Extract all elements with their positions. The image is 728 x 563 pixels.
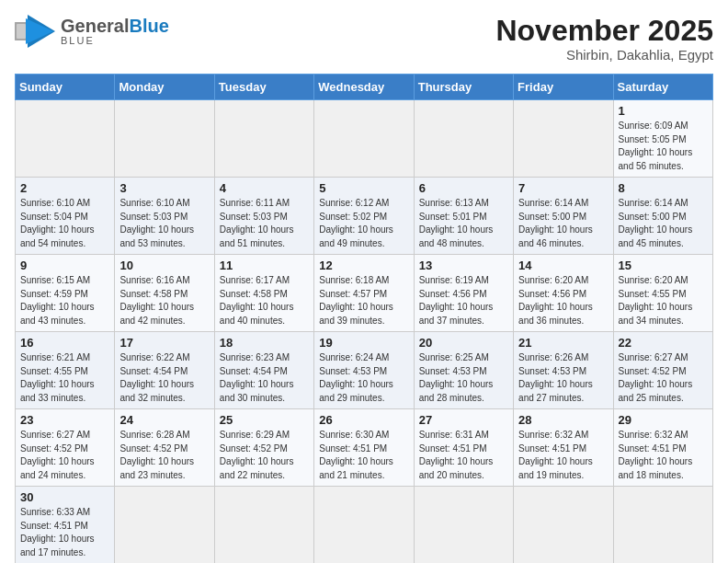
day-info: Sunrise: 6:33 AM Sunset: 4:51 PM Dayligh… <box>20 506 109 559</box>
logo-blue: Blue <box>129 16 168 36</box>
day-info: Sunrise: 6:27 AM Sunset: 4:52 PM Dayligh… <box>619 351 708 405</box>
calendar-cell: 13Sunrise: 6:19 AM Sunset: 4:56 PM Dayli… <box>414 255 513 332</box>
calendar-cell: 21Sunrise: 6:26 AM Sunset: 4:53 PM Dayli… <box>514 332 613 409</box>
day-number: 29 <box>619 413 708 427</box>
day-info: Sunrise: 6:24 AM Sunset: 4:53 PM Dayligh… <box>319 351 408 405</box>
calendar-week-row: 2Sunrise: 6:10 AM Sunset: 5:04 PM Daylig… <box>16 178 713 255</box>
calendar-cell <box>214 100 313 178</box>
calendar-cell <box>613 487 712 563</box>
day-number: 26 <box>319 413 408 427</box>
calendar-cell: 2Sunrise: 6:10 AM Sunset: 5:04 PM Daylig… <box>16 178 115 255</box>
day-info: Sunrise: 6:17 AM Sunset: 4:58 PM Dayligh… <box>220 274 309 327</box>
calendar-table: SundayMondayTuesdayWednesdayThursdayFrid… <box>15 74 713 563</box>
day-info: Sunrise: 6:16 AM Sunset: 4:58 PM Dayligh… <box>119 274 209 327</box>
calendar-cell <box>414 487 513 563</box>
day-info: Sunrise: 6:32 AM Sunset: 4:51 PM Dayligh… <box>619 429 708 482</box>
day-info: Sunrise: 6:14 AM Sunset: 5:00 PM Dayligh… <box>518 197 608 250</box>
calendar-cell <box>115 487 214 563</box>
calendar-cell <box>514 487 613 563</box>
day-info: Sunrise: 6:11 AM Sunset: 5:03 PM Dayligh… <box>220 197 309 250</box>
weekday-header: Tuesday <box>214 75 313 100</box>
day-number: 2 <box>20 181 109 195</box>
day-info: Sunrise: 6:31 AM Sunset: 4:51 PM Dayligh… <box>419 429 508 482</box>
calendar-cell <box>214 487 313 563</box>
day-info: Sunrise: 6:30 AM Sunset: 4:51 PM Dayligh… <box>319 429 408 482</box>
calendar-cell: 9Sunrise: 6:15 AM Sunset: 4:59 PM Daylig… <box>16 255 115 332</box>
logo-icon <box>15 15 55 48</box>
calendar-cell: 12Sunrise: 6:18 AM Sunset: 4:57 PM Dayli… <box>314 255 414 332</box>
logo: GeneralBlue BLUE <box>15 15 169 48</box>
day-number: 24 <box>119 413 209 427</box>
logo-general: General <box>61 16 129 36</box>
day-info: Sunrise: 6:10 AM Sunset: 5:04 PM Dayligh… <box>20 197 109 250</box>
calendar-cell: 1Sunrise: 6:09 AM Sunset: 5:05 PM Daylig… <box>613 100 712 178</box>
weekday-header: Thursday <box>414 75 513 100</box>
weekday-header: Sunday <box>16 75 115 100</box>
day-info: Sunrise: 6:28 AM Sunset: 4:52 PM Dayligh… <box>119 429 209 482</box>
calendar-cell: 24Sunrise: 6:28 AM Sunset: 4:52 PM Dayli… <box>115 409 214 487</box>
weekday-header: Wednesday <box>314 75 414 100</box>
svg-rect-4 <box>17 24 26 39</box>
calendar-cell: 5Sunrise: 6:12 AM Sunset: 5:02 PM Daylig… <box>314 178 414 255</box>
calendar-cell: 3Sunrise: 6:10 AM Sunset: 5:03 PM Daylig… <box>115 178 214 255</box>
day-number: 18 <box>220 336 309 350</box>
calendar-cell: 4Sunrise: 6:11 AM Sunset: 5:03 PM Daylig… <box>214 178 313 255</box>
day-info: Sunrise: 6:21 AM Sunset: 4:55 PM Dayligh… <box>20 351 109 405</box>
calendar-cell: 29Sunrise: 6:32 AM Sunset: 4:51 PM Dayli… <box>613 409 712 487</box>
month-title: November 2025 <box>495 15 713 47</box>
day-number: 28 <box>518 413 608 427</box>
day-info: Sunrise: 6:23 AM Sunset: 4:54 PM Dayligh… <box>220 351 309 405</box>
day-info: Sunrise: 6:10 AM Sunset: 5:03 PM Dayligh… <box>119 197 209 250</box>
calendar-week-row: 9Sunrise: 6:15 AM Sunset: 4:59 PM Daylig… <box>16 255 713 332</box>
day-info: Sunrise: 6:20 AM Sunset: 4:55 PM Dayligh… <box>619 274 708 327</box>
calendar-cell <box>16 100 115 178</box>
calendar-cell: 16Sunrise: 6:21 AM Sunset: 4:55 PM Dayli… <box>16 332 115 409</box>
day-number: 5 <box>319 181 408 195</box>
day-info: Sunrise: 6:09 AM Sunset: 5:05 PM Dayligh… <box>619 120 708 173</box>
weekday-header: Monday <box>115 75 214 100</box>
calendar-cell: 27Sunrise: 6:31 AM Sunset: 4:51 PM Dayli… <box>414 409 513 487</box>
day-number: 27 <box>419 413 508 427</box>
day-number: 13 <box>419 259 508 272</box>
weekday-header: Saturday <box>613 75 712 100</box>
calendar-cell: 10Sunrise: 6:16 AM Sunset: 4:58 PM Dayli… <box>115 255 214 332</box>
day-number: 10 <box>119 259 209 272</box>
day-number: 8 <box>619 181 708 195</box>
weekday-header: Friday <box>514 75 613 100</box>
day-number: 19 <box>319 336 408 350</box>
calendar-cell: 26Sunrise: 6:30 AM Sunset: 4:51 PM Dayli… <box>314 409 414 487</box>
calendar-cell: 20Sunrise: 6:25 AM Sunset: 4:53 PM Dayli… <box>414 332 513 409</box>
day-number: 14 <box>518 259 608 272</box>
calendar-cell: 14Sunrise: 6:20 AM Sunset: 4:56 PM Dayli… <box>514 255 613 332</box>
calendar-week-row: 30Sunrise: 6:33 AM Sunset: 4:51 PM Dayli… <box>16 487 713 563</box>
day-number: 12 <box>319 259 408 272</box>
calendar-cell <box>314 100 414 178</box>
calendar-cell: 23Sunrise: 6:27 AM Sunset: 4:52 PM Dayli… <box>16 409 115 487</box>
day-number: 23 <box>20 413 109 427</box>
day-number: 22 <box>619 336 708 350</box>
day-info: Sunrise: 6:12 AM Sunset: 5:02 PM Dayligh… <box>319 197 408 250</box>
calendar-cell: 17Sunrise: 6:22 AM Sunset: 4:54 PM Dayli… <box>115 332 214 409</box>
calendar-week-row: 16Sunrise: 6:21 AM Sunset: 4:55 PM Dayli… <box>16 332 713 409</box>
day-number: 3 <box>119 181 209 195</box>
day-number: 11 <box>220 259 309 272</box>
calendar-cell <box>514 100 613 178</box>
day-number: 20 <box>419 336 508 350</box>
day-number: 9 <box>20 259 109 272</box>
day-info: Sunrise: 6:22 AM Sunset: 4:54 PM Dayligh… <box>119 351 209 405</box>
calendar-cell: 11Sunrise: 6:17 AM Sunset: 4:58 PM Dayli… <box>214 255 313 332</box>
day-number: 30 <box>20 490 109 504</box>
day-info: Sunrise: 6:19 AM Sunset: 4:56 PM Dayligh… <box>419 274 508 327</box>
day-number: 6 <box>419 181 508 195</box>
day-number: 7 <box>518 181 608 195</box>
calendar-cell: 30Sunrise: 6:33 AM Sunset: 4:51 PM Dayli… <box>16 487 115 563</box>
day-number: 15 <box>619 259 708 272</box>
day-info: Sunrise: 6:25 AM Sunset: 4:53 PM Dayligh… <box>419 351 508 405</box>
calendar-cell: 7Sunrise: 6:14 AM Sunset: 5:00 PM Daylig… <box>514 178 613 255</box>
day-info: Sunrise: 6:32 AM Sunset: 4:51 PM Dayligh… <box>518 429 608 482</box>
location: Shirbin, Dakahlia, Egypt <box>495 47 713 63</box>
calendar-cell: 18Sunrise: 6:23 AM Sunset: 4:54 PM Dayli… <box>214 332 313 409</box>
day-info: Sunrise: 6:27 AM Sunset: 4:52 PM Dayligh… <box>20 429 109 482</box>
day-info: Sunrise: 6:14 AM Sunset: 5:00 PM Dayligh… <box>619 197 708 250</box>
weekday-header-row: SundayMondayTuesdayWednesdayThursdayFrid… <box>16 75 713 100</box>
